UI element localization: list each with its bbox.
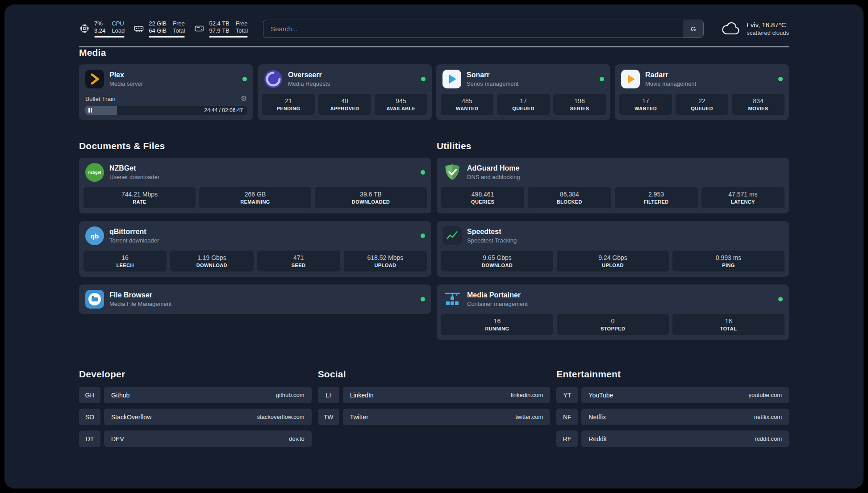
ram-monitor: 22 GiB 64 GiB Free Total bbox=[134, 20, 185, 38]
bookmark-name: Reddit bbox=[588, 435, 606, 443]
plex-now-playing: Bullet Train ⚙ 24:44 / 02:06:47 bbox=[79, 95, 253, 120]
stat-download: 1.19 Gbps DOWNLOAD bbox=[170, 251, 253, 272]
plex-icon bbox=[85, 70, 104, 88]
app-subtitle: Container management bbox=[467, 300, 528, 308]
dashboard-surface: 7% 3.24 CPU Load bbox=[4, 4, 864, 489]
app-subtitle: Speedtest Tracking bbox=[467, 237, 517, 244]
app-card-plex[interactable]: Plex Media server Bullet Train ⚙ 24:44 /… bbox=[79, 64, 253, 120]
app-card-sonarr[interactable]: Sonarr Series management 485 WANTED 17 Q… bbox=[436, 64, 610, 120]
bookmark-youtube[interactable]: YT YouTube youtube.com bbox=[556, 387, 789, 403]
stat-queued: 17 QUEUED bbox=[497, 94, 550, 115]
now-playing-title: Bullet Train bbox=[85, 96, 116, 102]
stat-upload: 618.52 Mbps UPLOAD bbox=[344, 251, 427, 272]
stat-total: 16 TOTAL bbox=[672, 314, 785, 335]
app-card-nzbget[interactable]: nzbget NZBGet Usenet downloader 744.21 M… bbox=[79, 158, 431, 213]
bookmark-abbr: NF bbox=[556, 409, 578, 425]
ram-icon bbox=[134, 23, 144, 34]
section-title-entertainment: Entertainment bbox=[556, 369, 789, 380]
app-card-speedtest[interactable]: Speedtest Speedtest Tracking 9.65 Gbps D… bbox=[437, 221, 789, 277]
bookmark-name: StackOverflow bbox=[111, 414, 151, 421]
stat-wanted: 485 WANTED bbox=[441, 94, 493, 115]
pause-icon[interactable] bbox=[88, 108, 92, 113]
sonarr-icon bbox=[442, 70, 461, 88]
app-card-qbittorrent[interactable]: qb qBittorrent Torrent downloader 16 LEE… bbox=[79, 221, 431, 277]
stat-filtered: 2,953 FILTERED bbox=[615, 187, 698, 208]
bookmark-abbr: LI bbox=[318, 387, 339, 403]
status-online-dot bbox=[421, 170, 425, 175]
app-name: Radarr bbox=[645, 71, 696, 79]
app-subtitle: Usenet downloader bbox=[109, 173, 159, 181]
system-monitors: 7% 3.24 CPU Load bbox=[79, 20, 248, 38]
app-name: Speedtest bbox=[467, 227, 517, 236]
stat-leech: 16 LEECH bbox=[83, 251, 167, 272]
status-online-dot bbox=[778, 297, 783, 301]
app-subtitle: Media server bbox=[109, 80, 143, 88]
bookmark-url: youtube.com bbox=[749, 392, 782, 398]
bookmark-url: netflix.com bbox=[754, 414, 782, 420]
stat-latency: 47.571 ms LATENCY bbox=[701, 187, 785, 208]
cpu-percent: 7% bbox=[94, 20, 105, 27]
stat-seed: 471 SEED bbox=[257, 251, 340, 272]
disk-total-value: 97.9 TB bbox=[209, 27, 229, 34]
disk-icon bbox=[194, 23, 204, 34]
speedtest-icon bbox=[443, 226, 462, 245]
weather-location: Lviv, 16.87°C bbox=[747, 21, 789, 29]
section-title-social: Social bbox=[318, 369, 551, 380]
cpu-load-label: Load bbox=[112, 27, 125, 34]
app-card-adguard[interactable]: AdGuard Home DNS and adblocking 498,461 … bbox=[437, 158, 789, 213]
utilities-column: Utilities AdGuard Home DNS and adblockin… bbox=[437, 141, 789, 340]
section-title-developer: Developer bbox=[79, 369, 312, 380]
app-subtitle: Movie management bbox=[645, 80, 696, 88]
documents-column: Documents & Files nzbget NZBGet Usenet d… bbox=[79, 141, 431, 314]
bookmark-name: YouTube bbox=[588, 392, 613, 399]
weather-condition: scattered clouds bbox=[747, 29, 789, 37]
bookmark-linkedin[interactable]: LI LinkedIn linkedin.com bbox=[318, 387, 551, 403]
middle-columns: Documents & Files nzbget NZBGet Usenet d… bbox=[79, 141, 789, 340]
app-subtitle: DNS and adblocking bbox=[467, 173, 520, 181]
bookmark-group-developer: Developer GH Github github.com SO StackO… bbox=[79, 369, 312, 447]
bookmark-url: linkedin.com bbox=[511, 392, 543, 398]
bookmark-github[interactable]: GH Github github.com bbox=[79, 387, 312, 403]
bookmark-abbr: TW bbox=[318, 409, 339, 425]
app-name: Overseerr bbox=[288, 71, 330, 79]
stat-blocked: 86,384 BLOCKED bbox=[528, 187, 611, 208]
bookmark-stackoverflow[interactable]: SO StackOverflow stackoverflow.com bbox=[79, 409, 312, 425]
gear-icon[interactable]: ⚙ bbox=[241, 95, 247, 102]
bookmark-abbr: SO bbox=[79, 409, 100, 425]
app-name: Plex bbox=[109, 71, 143, 79]
cpu-progress-bar bbox=[94, 36, 125, 38]
app-card-filebrowser[interactable]: File Browser Media File Management bbox=[79, 284, 431, 314]
portainer-icon bbox=[443, 290, 462, 309]
bookmark-dev[interactable]: DT DEV dev.to bbox=[79, 430, 312, 447]
cpu-icon bbox=[79, 23, 90, 34]
bookmark-twitter[interactable]: TW Twitter twitter.com bbox=[318, 409, 551, 425]
bookmark-netflix[interactable]: NF Netflix netflix.com bbox=[556, 409, 789, 425]
bookmark-group-entertainment: Entertainment YT YouTube youtube.com NF … bbox=[556, 369, 789, 447]
weather-widget[interactable]: Lviv, 16.87°C scattered clouds bbox=[722, 21, 789, 37]
app-card-radarr[interactable]: Radarr Movie management 17 WANTED 22 QUE… bbox=[615, 64, 789, 120]
bookmark-name: Twitter bbox=[350, 414, 368, 421]
bookmark-name: LinkedIn bbox=[350, 392, 374, 399]
stat-wanted: 17 WANTED bbox=[619, 94, 672, 115]
bookmarks-area: Developer GH Github github.com SO StackO… bbox=[79, 369, 789, 447]
app-card-overseerr[interactable]: Overseerr Media Requests 21 PENDING 40 A… bbox=[258, 64, 432, 120]
bookmark-reddit[interactable]: RE Reddit reddit.com bbox=[556, 430, 789, 447]
section-title-utilities: Utilities bbox=[437, 141, 789, 151]
disk-free-label: Free bbox=[236, 20, 248, 27]
stat-queued: 22 QUEUED bbox=[676, 94, 728, 115]
search-engine-button[interactable]: G bbox=[683, 20, 703, 38]
app-name: Sonarr bbox=[467, 71, 518, 79]
nzbget-icon: nzbget bbox=[85, 163, 104, 182]
bookmark-abbr: RE bbox=[556, 430, 578, 447]
stat-remaining: 266 GB REMAINING bbox=[199, 187, 311, 208]
app-card-portainer[interactable]: Media Portainer Container management 16 … bbox=[437, 284, 789, 340]
bookmark-url: reddit.com bbox=[755, 435, 782, 442]
media-grid: Plex Media server Bullet Train ⚙ 24:44 /… bbox=[79, 64, 789, 120]
stat-ping: 0.993 ms PING bbox=[672, 251, 785, 272]
overseerr-icon bbox=[264, 70, 283, 88]
playback-progress-bar[interactable]: 24:44 / 02:06:47 bbox=[85, 106, 247, 115]
ram-progress-bar bbox=[149, 36, 185, 38]
search-input[interactable] bbox=[263, 20, 683, 38]
bookmark-url: twitter.com bbox=[515, 414, 543, 420]
bookmark-group-social: Social LI LinkedIn linkedin.com TW Twitt… bbox=[318, 369, 551, 425]
